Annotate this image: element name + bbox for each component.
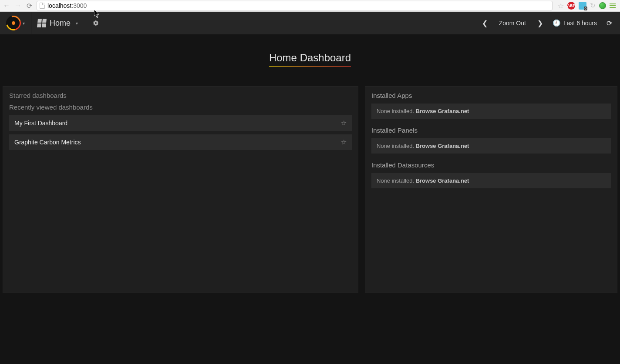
bookmark-star-icon[interactable]: ☆ <box>558 2 564 10</box>
recent-dashboards-heading: Recently viewed dashboards <box>9 104 352 111</box>
grafana-logo-menu[interactable]: ▾ <box>0 12 31 34</box>
chevron-left-icon: ❮ <box>482 19 488 27</box>
ghostery-extension-icon[interactable] <box>579 2 586 10</box>
app-navbar: ▾ Home ▾ ❮ Zoom Out ❯ 🕘 Last 6 hours ⟳ <box>0 12 620 34</box>
grafana-logo-icon <box>6 16 21 30</box>
dashboard-list-item[interactable]: Graphite Carbon Metrics ☆ <box>9 134 352 150</box>
dashboard-name: Graphite Carbon Metrics <box>14 139 81 146</box>
time-range-picker[interactable]: 🕘 Last 6 hours <box>548 12 601 34</box>
browser-extensions: ☆ ABP ↻ <box>556 2 617 10</box>
browser-url-bar[interactable]: localhost:3000 <box>37 1 553 10</box>
star-icon[interactable]: ☆ <box>341 119 347 127</box>
installed-apps-heading: Installed Apps <box>371 92 611 99</box>
dashboard-list-item[interactable]: My First Dashboard ☆ <box>9 115 352 131</box>
browser-menu-icon[interactable] <box>610 3 616 8</box>
starred-dashboards-heading: Starred dashboards <box>9 92 352 99</box>
navbar-right: ❮ Zoom Out ❯ 🕘 Last 6 hours ⟳ <box>478 12 620 34</box>
caret-down-icon: ▾ <box>23 21 25 26</box>
abp-extension-icon[interactable]: ABP <box>567 2 575 10</box>
installed-panels-heading: Installed Panels <box>371 127 611 134</box>
browser-reload-button[interactable]: ⟳ <box>25 2 33 10</box>
browser-forward-button[interactable]: → <box>14 2 22 10</box>
home-panels: Starred dashboards Recently viewed dashb… <box>0 67 620 293</box>
browser-url-text: localhost:3000 <box>47 2 87 9</box>
browser-back-button[interactable]: ← <box>3 2 10 10</box>
installed-apps-empty: None installed. Browse Grafana.net <box>371 104 611 119</box>
dashboard-picker-label: Home <box>50 19 71 28</box>
caret-down-icon: ▾ <box>76 21 78 26</box>
refresh-icon: ⟳ <box>607 19 612 27</box>
browse-grafana-net-link[interactable]: Browse Grafana.net <box>416 177 469 184</box>
dashboards-panel: Starred dashboards Recently viewed dashb… <box>3 86 358 293</box>
time-range-prev-button[interactable]: ❮ <box>478 12 491 34</box>
dashboard-picker[interactable]: Home ▾ <box>31 12 86 34</box>
dashboard-grid-icon <box>37 19 47 27</box>
installed-datasources-empty: None installed. Browse Grafana.net <box>371 173 611 188</box>
page-title: Home Dashboard <box>269 52 351 67</box>
zoom-out-button[interactable]: Zoom Out <box>493 12 532 34</box>
chevron-right-icon: ❯ <box>537 19 543 27</box>
clock-icon: 🕘 <box>553 19 561 27</box>
globe-extension-icon[interactable] <box>599 2 606 9</box>
recent-dashboards-list: My First Dashboard ☆ Graphite Carbon Met… <box>9 115 352 150</box>
browse-grafana-net-link[interactable]: Browse Grafana.net <box>416 108 469 114</box>
time-range-next-button[interactable]: ❯ <box>534 12 546 34</box>
page-icon <box>40 3 45 9</box>
browse-grafana-net-link[interactable]: Browse Grafana.net <box>416 143 469 149</box>
installed-datasources-heading: Installed Datasources <box>371 161 611 169</box>
plugins-panel: Installed Apps None installed. Browse Gr… <box>365 86 617 293</box>
browser-toolbar: ← → ⟳ localhost:3000 ☆ ABP ↻ <box>0 0 620 12</box>
dashboard-name: My First Dashboard <box>14 120 67 127</box>
star-icon[interactable]: ☆ <box>341 138 347 146</box>
refresh-button[interactable]: ⟳ <box>603 12 616 34</box>
extension-icon[interactable]: ↻ <box>590 2 596 10</box>
gear-icon <box>93 20 99 26</box>
settings-button[interactable] <box>86 12 105 34</box>
installed-panels-empty: None installed. Browse Grafana.net <box>371 138 611 154</box>
page-title-wrap: Home Dashboard <box>0 52 620 67</box>
